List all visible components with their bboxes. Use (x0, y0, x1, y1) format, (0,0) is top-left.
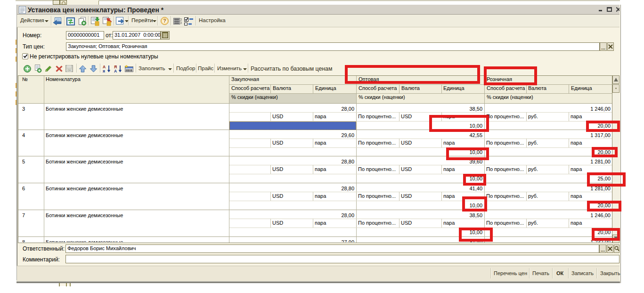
svg-text:А: А (114, 69, 117, 73)
svg-text:ОК: ОК (68, 69, 71, 72)
svg-text:я: я (103, 69, 105, 73)
svg-text:?: ? (163, 18, 166, 24)
